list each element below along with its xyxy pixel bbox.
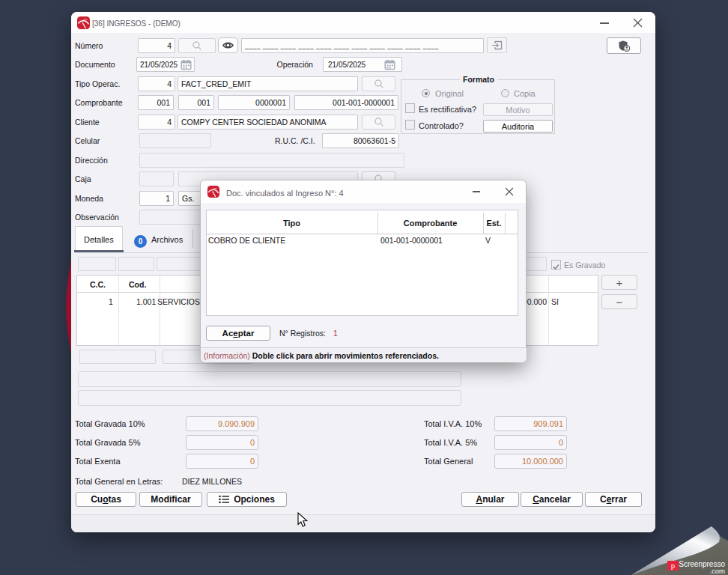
svg-text:p: p bbox=[671, 561, 676, 570]
svg-text:.com: .com bbox=[709, 567, 725, 575]
